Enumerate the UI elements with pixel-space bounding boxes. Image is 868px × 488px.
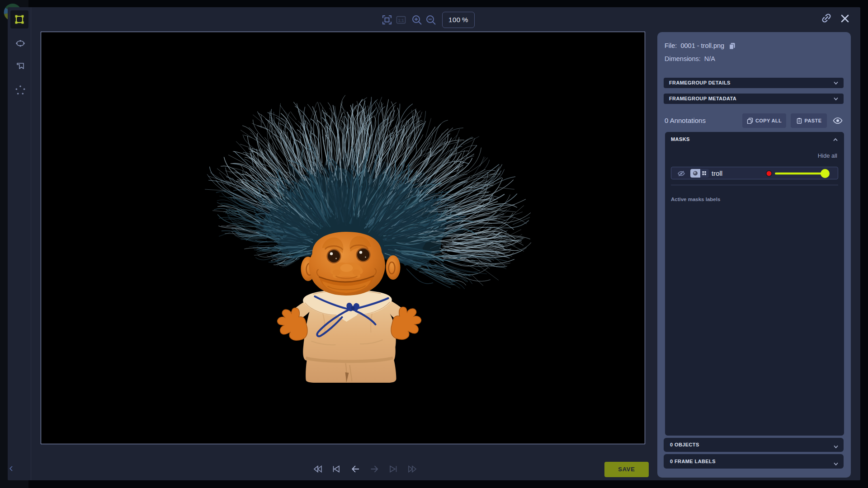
svg-text:1:1: 1:1 <box>398 18 404 23</box>
